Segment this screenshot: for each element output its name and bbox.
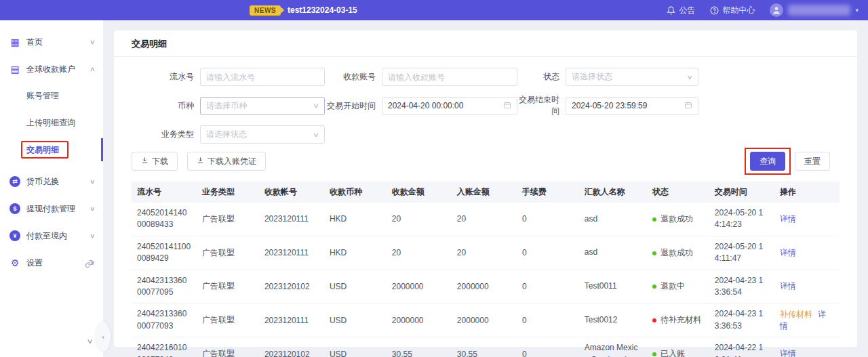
table-row: 2404221601000077042广告联盟2023120102USD30.5… [132, 337, 840, 357]
gear-icon: ⚙ [9, 257, 20, 268]
start-time-value: 2024-04-20 00:00:00 [388, 101, 463, 110]
status-text: 已入账 [660, 349, 685, 357]
cell-remitter: asd [579, 236, 647, 270]
table-row: 2404231336000077095广告联盟2023120102USD2000… [132, 270, 840, 303]
cell-remitter: asd [579, 203, 647, 236]
status-dot [652, 318, 656, 322]
transaction-detail-card: 交易明细 流水号 收款账号 [114, 30, 857, 347]
serial-input-wrap [200, 68, 325, 86]
account-input[interactable] [388, 72, 511, 82]
sidebar-subitem[interactable]: 交易明细 [0, 141, 103, 159]
sidebar-collapse-handle[interactable]: ‹ [96, 322, 111, 352]
sidebar-subitem[interactable]: 账号管理 [0, 87, 103, 104]
status-text: 退款成功 [660, 214, 693, 224]
sidebar-item-label: 货币兑换 [26, 176, 59, 188]
help-center-link[interactable]: 帮助中心 [710, 5, 755, 16]
cell-amount: 30.55 [387, 337, 452, 357]
status-select[interactable]: 请选择状态 ∨ [566, 68, 698, 86]
status-dot [652, 352, 656, 356]
account-input-wrap [382, 68, 517, 86]
currency-select[interactable]: 请选择币种 ∨ [200, 97, 325, 115]
cell-biz: 广告联盟 [197, 236, 259, 270]
cell-credited: 20 [452, 236, 517, 270]
cell-status: 退款成功 [647, 203, 709, 236]
cell-time: 2024-04-23 13:36:53 [709, 303, 774, 337]
top-header: NEWS test1232024-03-15 公告 帮助中心 ▾ [0, 0, 868, 20]
detail-link[interactable]: 详情 [780, 214, 796, 224]
column-header-4: 收款金额 [387, 182, 452, 203]
table-row: 2405201414000089433广告联盟2023120111HKD2020… [132, 203, 840, 236]
user-menu[interactable]: ▾ [770, 3, 859, 17]
download-voucher-button[interactable]: 下载入账凭证 [187, 152, 266, 171]
column-header-8: 状态 [647, 182, 709, 203]
status-label: 状态 [517, 71, 559, 83]
sidebar-chevron-down-icon[interactable]: ∨ [86, 337, 93, 345]
link-icon[interactable] [85, 259, 94, 270]
cell-time: 2024-05-20 14:14:23 [709, 203, 774, 236]
news-ticker[interactable]: NEWS test1232024-03-15 [250, 5, 357, 16]
column-header-3: 收款币种 [324, 182, 387, 203]
sidebar-item-wallet[interactable]: ▤全球收款账户∧ [0, 56, 103, 83]
download-button[interactable]: 下载 [132, 152, 178, 171]
biz-type-label: 业务类型 [132, 129, 194, 140]
column-header-0: 流水号 [132, 182, 197, 203]
cell-biz: 广告联盟 [197, 270, 259, 303]
cell-currency: USD [324, 303, 387, 337]
cell-currency: HKD [324, 203, 387, 236]
account-label: 收款账号 [325, 71, 376, 83]
news-text: test1232024-03-15 [288, 5, 357, 15]
sidebar-subitem[interactable]: 上传明细查询 [0, 114, 103, 131]
cell-serial: 2405201414000089433 [132, 203, 197, 236]
end-time-value: 2024-05-20 23:59:59 [572, 101, 647, 110]
chevron-up-icon: ∧ [90, 66, 96, 72]
cell-time: 2024-04-23 13:36:54 [709, 270, 774, 303]
chevron-down-icon: ∨ [90, 232, 96, 239]
column-header-6: 手续费 [517, 182, 579, 203]
cell-account: 2023120102 [259, 270, 324, 303]
reset-button[interactable]: 重置 [795, 152, 830, 171]
serial-input[interactable] [206, 72, 319, 82]
calendar-icon [503, 101, 511, 111]
column-header-2: 收款帐号 [259, 182, 324, 203]
cell-fee: 0 [517, 337, 579, 357]
status-placeholder: 请选择状态 [572, 71, 612, 83]
cell-account: 2023120102 [259, 337, 324, 357]
cell-credited: 2000000 [452, 270, 517, 303]
biz-type-select[interactable]: 请选择状态 ∨ [200, 125, 325, 144]
cell-actions: 详情 [774, 270, 840, 303]
news-badge: NEWS [250, 5, 281, 16]
start-time-picker[interactable]: 2024-04-20 00:00:00 [382, 97, 517, 115]
detail-link[interactable]: 详情 [780, 281, 796, 291]
announcements-link[interactable]: 公告 [667, 5, 695, 16]
detail-link[interactable]: 详情 [780, 349, 796, 357]
cell-time: 2024-05-20 14:11:47 [709, 236, 774, 270]
start-time-label: 交易开始时间 [325, 100, 376, 112]
cell-currency: USD [324, 270, 387, 303]
question-circle-icon [710, 6, 719, 15]
detail-link[interactable]: 详情 [780, 248, 796, 257]
exchange-icon: ⇄ [9, 176, 20, 187]
sidebar: ▦首页∨▤全球收款账户∧账号管理上传明细查询交易明细⇄货币兑换∨$提现付款管理∨… [0, 20, 103, 357]
sidebar-item-withdraw[interactable]: $提现付款管理∨ [0, 195, 103, 222]
supplement-material-link[interactable]: 补传材料 [780, 310, 812, 319]
sidebar-item-payment[interactable]: ¥付款至境内∨ [0, 222, 103, 249]
query-button[interactable]: 查询 [750, 152, 785, 171]
table-row: 2405201411000089429广告联盟2023120111HKD2020… [132, 236, 840, 270]
column-header-9: 交易时间 [709, 182, 774, 203]
sidebar-item-grid[interactable]: ▦首页∨ [0, 28, 103, 56]
chevron-down-icon: ∨ [687, 74, 694, 81]
cell-serial: 2404221601000077042 [132, 337, 197, 357]
cell-amount: 2000000 [387, 270, 452, 303]
cell-actions: 详情 [774, 203, 840, 236]
cell-biz: 广告联盟 [197, 337, 259, 357]
cell-fee: 0 [517, 236, 579, 270]
chevron-down-icon: ∨ [90, 178, 96, 185]
cell-serial: 2404231336000077095 [132, 270, 197, 303]
end-time-picker[interactable]: 2024-05-20 23:59:59 [566, 97, 698, 115]
cell-remitter: Test0011 [579, 270, 647, 303]
bell-icon [667, 6, 675, 15]
page-title: 交易明细 [114, 30, 857, 57]
cell-credited: 20 [452, 203, 517, 236]
filter-form: 流水号 收款账号 状态 请选择状态 [132, 57, 840, 144]
sidebar-item-exchange[interactable]: ⇄货币兑换∨ [0, 168, 103, 195]
